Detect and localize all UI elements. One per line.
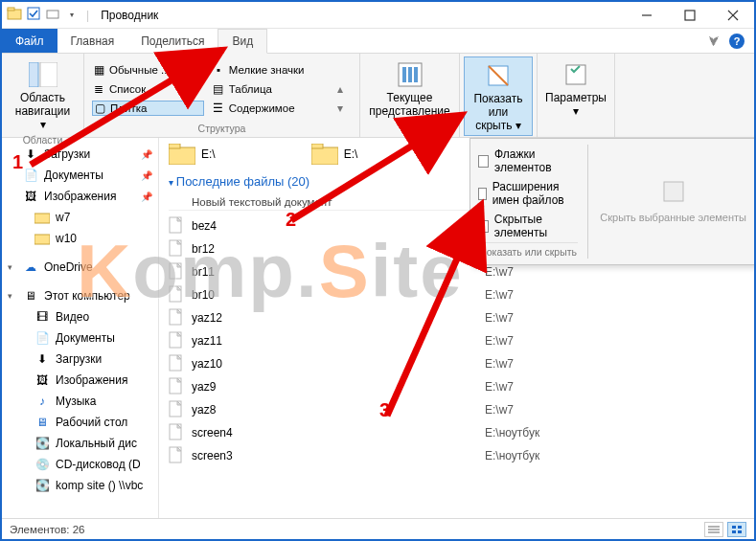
onedrive-icon: ☁ xyxy=(23,259,38,275)
layout-scroll-down[interactable]: ▾ xyxy=(329,101,352,115)
table-icon: ▤ xyxy=(212,82,225,96)
checkbox-item-flags[interactable]: Флажки элементов xyxy=(478,145,578,177)
options-button[interactable]: Параметры ▾ xyxy=(541,56,610,122)
downloads-icon: ⬇ xyxy=(34,351,50,367)
explorer-icon xyxy=(6,6,23,24)
pin-icon: 📌 xyxy=(141,192,152,202)
status-bar: Элементов: 26 xyxy=(2,518,754,539)
checkbox-item-extensions[interactable]: Расширения имен файлов xyxy=(478,177,578,210)
nav-downloads2[interactable]: ⬇Загрузки xyxy=(2,349,158,370)
nav-w7[interactable]: w7 xyxy=(2,207,158,228)
folder-icon xyxy=(311,144,338,165)
svg-rect-39 xyxy=(732,530,736,533)
maximize-button[interactable] xyxy=(668,2,711,29)
nav-komp[interactable]: 💽komp site () \\vbc xyxy=(2,475,158,496)
svg-rect-1 xyxy=(8,8,14,11)
status-count: 26 xyxy=(73,524,85,535)
table-row[interactable]: yaz9E:\w7 xyxy=(169,375,754,398)
show-hide-label: Показать или скрыть ▾ xyxy=(470,93,526,132)
folder-tile[interactable]: E:\ xyxy=(169,144,216,165)
nav-w10[interactable]: w10 xyxy=(2,228,158,249)
svg-rect-20 xyxy=(169,144,180,148)
qat-newfolder-icon[interactable] xyxy=(44,7,61,23)
layout-content[interactable]: ☰Содержимое xyxy=(212,101,321,115)
svg-rect-15 xyxy=(566,65,585,84)
downloads-icon: ⬇ xyxy=(23,147,38,162)
ribbon-collapse-icon[interactable]: ⮟ xyxy=(708,34,720,48)
table-row[interactable]: yaz10E:\w7 xyxy=(169,352,754,375)
file-icon xyxy=(169,377,184,396)
qat-dropdown-icon[interactable]: ▾ xyxy=(63,11,80,19)
checkbox-icon xyxy=(478,220,489,233)
window-title: Проводник xyxy=(101,9,158,22)
svg-rect-21 xyxy=(311,147,338,165)
svg-rect-8 xyxy=(29,62,38,87)
nav-cd[interactable]: 💿CD-дисковод (D xyxy=(2,454,158,475)
layout-list[interactable]: ≣Список xyxy=(92,82,204,96)
current-view-button[interactable]: Текущее представление ▾ xyxy=(364,56,455,134)
layout-normal[interactable]: ▦Обычные ...чки xyxy=(92,63,204,77)
popup-caption: Показать или скрыть xyxy=(478,242,578,259)
table-row[interactable]: yaz12E:\w7 xyxy=(169,306,754,329)
table-row[interactable]: br10E:\w7 xyxy=(169,283,754,306)
file-icon xyxy=(169,239,184,259)
folder-tile[interactable]: E:\ xyxy=(311,144,358,165)
list-icon: ≣ xyxy=(92,82,105,96)
table-row[interactable]: screen3E:\ноутбук xyxy=(169,444,754,467)
file-icon xyxy=(169,308,184,327)
table-row[interactable]: yaz8E:\w7 xyxy=(169,398,754,421)
folder-icon xyxy=(169,144,195,165)
show-hide-button[interactable]: Показать или скрыть ▾ xyxy=(464,56,533,136)
minimize-button[interactable] xyxy=(625,2,668,29)
svg-rect-22 xyxy=(311,144,323,148)
svg-rect-38 xyxy=(738,526,742,529)
tab-home[interactable]: Главная xyxy=(57,29,128,53)
navigation-pane-button[interactable]: Область навигации ▾ xyxy=(6,56,80,134)
hide-selected-icon xyxy=(661,179,686,207)
desktop-icon: 🖥 xyxy=(34,415,50,430)
svg-rect-12 xyxy=(408,67,412,82)
layout-table[interactable]: ▤Таблица xyxy=(212,82,321,96)
small-icons-icon: ▪ xyxy=(212,63,225,77)
nav-video[interactable]: 🎞Видео xyxy=(2,306,158,327)
file-icon xyxy=(169,285,184,304)
layout-tiles[interactable]: ▢Плитка xyxy=(92,101,204,116)
nav-downloads[interactable]: ⬇Загрузки📌 xyxy=(2,144,158,165)
layout-small[interactable]: ▪Мелкие значки xyxy=(212,63,321,77)
tiles-icon: ▢ xyxy=(93,101,106,115)
table-row[interactable]: yaz11E:\w7 xyxy=(169,329,754,352)
nav-pictures2[interactable]: 🖼Изображения xyxy=(2,370,158,391)
navigation-pane-icon xyxy=(28,59,58,90)
pictures-icon: 🖼 xyxy=(23,189,38,204)
file-icon xyxy=(169,262,184,282)
nav-documents2[interactable]: 📄Документы xyxy=(2,327,158,349)
svg-rect-13 xyxy=(414,67,418,82)
ribbon-tabs: Файл Главная Поделиться Вид ⮟ ? xyxy=(2,29,754,54)
qat-checkbox-icon[interactable] xyxy=(25,7,42,23)
cd-icon: 💿 xyxy=(34,457,50,472)
nav-localdisk[interactable]: 💽Локальный дис xyxy=(2,433,158,454)
nav-desktop[interactable]: 🖥Рабочий стол xyxy=(2,412,158,433)
nav-music[interactable]: ♪Музыка xyxy=(2,391,158,412)
tab-file[interactable]: Файл xyxy=(2,29,57,53)
tab-view[interactable]: Вид xyxy=(218,29,267,54)
close-button[interactable] xyxy=(711,2,754,29)
show-hide-popup: Флажки элементов Расширения имен файлов … xyxy=(470,138,756,265)
checkbox-item-hidden[interactable]: Скрытые элементы xyxy=(478,210,578,242)
hide-selected-button[interactable]: Скрыть выбранные элементы xyxy=(590,139,756,264)
tab-share[interactable]: Поделиться xyxy=(127,29,218,53)
help-icon[interactable]: ? xyxy=(729,34,745,49)
col-name: Новый текстовый документ xyxy=(192,196,332,208)
nav-pictures[interactable]: 🖼Изображения📌 xyxy=(2,186,158,207)
svg-rect-5 xyxy=(685,11,695,20)
table-row[interactable]: screen4E:\ноутбук xyxy=(169,421,754,444)
svg-rect-19 xyxy=(169,147,195,165)
video-icon: 🎞 xyxy=(34,309,50,325)
layout-scroll-up[interactable]: ▴ xyxy=(329,82,352,96)
view-icons-button[interactable] xyxy=(727,522,746,537)
navigation-pane-label: Область навигации ▾ xyxy=(11,92,74,131)
nav-documents[interactable]: 📄Документы📌 xyxy=(2,165,158,186)
view-details-button[interactable] xyxy=(704,522,723,537)
nav-this-pc[interactable]: 🖥Этот компьютер xyxy=(2,285,158,306)
nav-onedrive[interactable]: ☁OneDrive xyxy=(2,257,158,278)
